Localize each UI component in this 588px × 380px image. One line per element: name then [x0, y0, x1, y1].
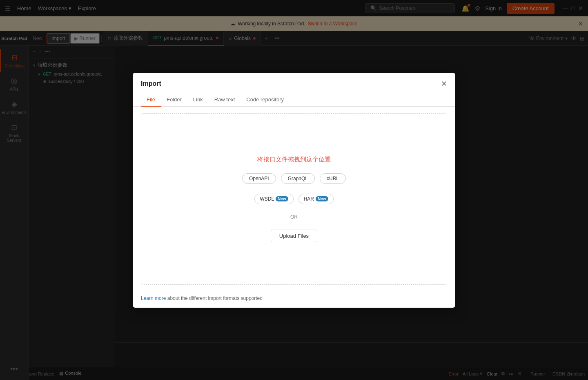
tab-file[interactable]: File [141, 93, 161, 107]
modal-tabs: File Folder Link Raw text Code repositor… [133, 93, 455, 107]
format-buttons-row1: OpenAPI GraphQL cURL [242, 173, 346, 184]
har-new-badge: New [316, 196, 328, 201]
modal-overlay[interactable]: Import ✕ File Folder Link Raw text Code … [0, 0, 588, 380]
modal-title: Import [141, 80, 161, 87]
modal-close-button[interactable]: ✕ [441, 79, 447, 88]
drop-zone[interactable]: 将接口文件拖拽到这个位置 OpenAPI GraphQL cURL WSDL N… [141, 113, 447, 285]
format-wsdl-button[interactable]: WSDL New [254, 194, 293, 204]
format-openapi-button[interactable]: OpenAPI [242, 173, 276, 184]
or-separator: OR [290, 214, 298, 220]
modal-body: 将接口文件拖拽到这个位置 OpenAPI GraphQL cURL WSDL N… [133, 107, 455, 291]
learn-more-link[interactable]: Learn more [141, 295, 166, 301]
wsdl-label: WSDL [260, 196, 274, 202]
tab-raw-text[interactable]: Raw text [209, 93, 241, 107]
import-modal: Import ✕ File Folder Link Raw text Code … [133, 73, 455, 308]
format-graphql-button[interactable]: GraphQL [281, 173, 315, 184]
footer-text: about the different import formats suppo… [167, 295, 263, 301]
wsdl-new-badge: New [276, 196, 288, 201]
upload-files-button[interactable]: Upload Files [271, 230, 317, 242]
drop-zone-text: 将接口文件拖拽到这个位置 [257, 156, 331, 163]
tab-link[interactable]: Link [187, 93, 209, 107]
har-label: HAR [304, 196, 314, 202]
tab-code-repository[interactable]: Code repository [241, 93, 290, 107]
format-curl-button[interactable]: cURL [320, 173, 346, 184]
format-buttons-row2: WSDL New HAR New [254, 194, 333, 204]
modal-footer: Learn more about the different import fo… [133, 291, 455, 308]
format-har-button[interactable]: HAR New [298, 194, 334, 204]
modal-header: Import ✕ [133, 73, 455, 88]
tab-folder[interactable]: Folder [161, 93, 187, 107]
